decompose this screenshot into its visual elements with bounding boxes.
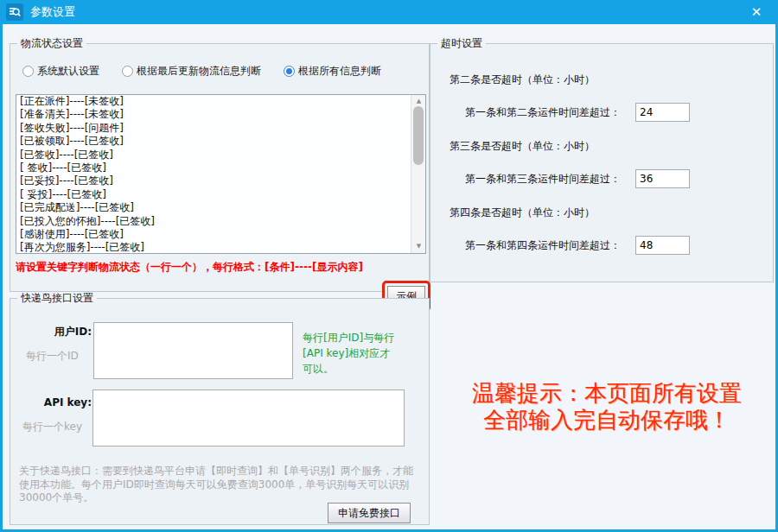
list-item[interactable]: [已签收]----[已签收] [16,149,411,162]
group-logistics-title: 物流状态设置 [17,37,86,49]
listbox-scrollbar[interactable]: ▲ ▼ [411,95,425,253]
window-title: 参数设置 [30,4,75,20]
timeout-input-4[interactable] [635,236,690,255]
kdn-about-note: 关于快递鸟接口：需要到快递鸟平台申请【即时查询】和【单号识别】两个服务，才能使用… [19,465,420,505]
close-icon[interactable]: ✕ [742,0,771,24]
client-area: 物流状态设置 系统默认设置 根据最后更新物流信息判断 根据所有信息判断 [正在派… [3,24,775,529]
radio-label: 系统默认设置 [37,64,99,79]
group-kdn-title: 快递鸟接口设置 [17,292,97,304]
list-item[interactable]: [已妥投]----[已签收] [16,174,411,187]
rules-format-note: 请设置关键字判断物流状态（一行一个），每行格式：[条件]----[显示内容] [16,261,387,274]
list-item[interactable]: [ 签收]----[已签收] [16,162,411,174]
timeout-heading-3: 第三条是否超时（单位：小时） [450,139,595,154]
window: 参数设置 ✕ 物流状态设置 系统默认设置 根据最后更新物流信息判断 根据所有信息… [0,0,778,532]
auto-save-tip-line2: 全部输入完自动保存哦！ [439,407,775,434]
list-item[interactable]: [再次为您服务]----[已签收] [16,241,411,254]
group-timeout: 超时设置 第二条是否超时（单位：小时） 第一条和第二条运件时间差超过： 第三条是… [430,43,774,282]
scrollbar-thumb[interactable] [413,106,424,165]
auto-save-tip: 温馨提示：本页面所有设置 全部输入完自动保存哦！ [439,380,775,434]
status-rules-listbox[interactable]: [正在派件]----[未签收][准备清关]----[未签收][签收失败]----… [16,94,426,254]
radio-latest-info[interactable]: 根据最后更新物流信息判断 [122,64,261,79]
list-item[interactable]: [准备清关]----[未签收] [16,108,411,121]
api-key-label: API key: [24,396,92,408]
list-item[interactable]: [已投入您的怀抱]----[已签收] [16,215,411,228]
list-item[interactable]: [感谢使用]----[已签收] [16,228,411,241]
radio-circle-icon [22,66,34,77]
auto-save-tip-line1: 温馨提示：本页面所有设置 [439,380,775,407]
app-icon [6,3,23,21]
list-item[interactable]: [签收失败]----[问题件] [16,122,411,135]
timeout-label-4: 第一条和第四条运件时间差超过： [465,238,621,253]
user-id-label: 用户ID: [24,325,92,339]
radio-system-default[interactable]: 系统默认设置 [22,64,99,79]
status-rules-items: [正在派件]----[未签收][准备清关]----[未签收][签收失败]----… [16,95,411,254]
timeout-input-2[interactable] [635,103,690,122]
radio-label: 根据最后更新物流信息判断 [137,64,261,79]
list-item[interactable]: [ 妥投]----[已签收] [16,188,411,201]
radio-label: 根据所有信息判断 [298,64,381,79]
timeout-heading-4: 第四条是否超时（单位：小时） [450,206,595,220]
group-timeout-title: 超时设置 [437,37,486,49]
radio-all-info[interactable]: 根据所有信息判断 [284,64,381,79]
list-item[interactable]: [已被领取]----[已签收] [16,135,411,148]
scroll-down-icon[interactable]: ▼ [411,240,426,253]
radio-circle-icon [284,66,295,77]
group-logistics-status: 物流状态设置 系统默认设置 根据最后更新物流信息判断 根据所有信息判断 [正在派… [10,43,430,292]
timeout-input-3[interactable] [635,169,690,188]
timeout-heading-2: 第二条是否超时（单位：小时） [450,73,595,87]
radio-circle-icon [122,66,133,77]
timeout-label-3: 第一条和第三条运件时间差超过： [465,172,621,187]
logistics-radio-row: 系统默认设置 根据最后更新物流信息判断 根据所有信息判断 [22,64,404,79]
user-id-textarea[interactable] [93,322,293,379]
magnifier-list-icon [9,6,21,18]
api-key-textarea[interactable] [92,390,405,446]
kdn-pairing-note: 每行[用户ID]与每行 [API key]相对应才 可以。 [303,330,424,377]
list-item[interactable]: [已完成配送]----[已签收] [16,201,411,214]
titlebar: 参数设置 ✕ [0,0,778,24]
group-kdn-api: 快递鸟接口设置 用户ID: 每行一个ID 每行[用户ID]与每行 [API ke… [10,298,430,525]
apply-free-api-button[interactable]: 申请免费接口 [328,503,411,523]
list-item[interactable]: [正在派件]----[未签收] [16,95,411,108]
api-key-hint: 每行一个key [22,420,82,434]
timeout-label-2: 第一条和第二条运件时间差超过： [465,105,621,120]
user-id-hint: 每行一个ID [26,349,79,364]
